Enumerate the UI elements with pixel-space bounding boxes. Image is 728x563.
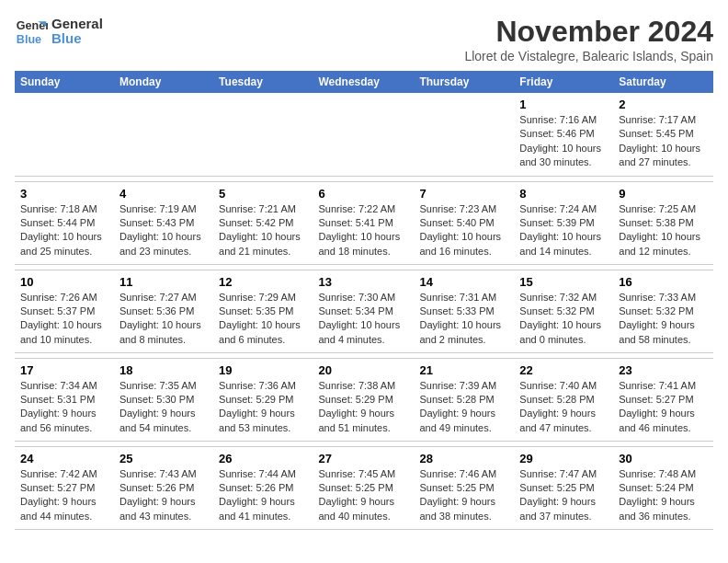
calendar-cell: 18Sunrise: 7:35 AMSunset: 5:30 PMDayligh… [114, 358, 213, 441]
calendar-cell: 15Sunrise: 7:32 AMSunset: 5:32 PMDayligh… [514, 270, 613, 352]
weekday-header: Sunday [15, 71, 114, 93]
day-info: Sunrise: 7:36 AMSunset: 5:29 PMDaylight:… [219, 379, 307, 436]
calendar-cell [313, 93, 414, 176]
weekday-header: Wednesday [313, 71, 414, 93]
weekday-header: Friday [514, 71, 613, 93]
calendar-cell: 10Sunrise: 7:26 AMSunset: 5:37 PMDayligh… [15, 270, 114, 352]
calendar-cell: 17Sunrise: 7:34 AMSunset: 5:31 PMDayligh… [15, 358, 114, 441]
calendar-cell: 28Sunrise: 7:46 AMSunset: 5:25 PMDayligh… [414, 446, 514, 529]
location-title: Lloret de Vistalegre, Balearic Islands, … [464, 49, 713, 63]
calendar-cell: 5Sunrise: 7:21 AMSunset: 5:42 PMDaylight… [213, 181, 313, 264]
calendar-table: SundayMondayTuesdayWednesdayThursdayFrid… [15, 71, 713, 530]
day-info: Sunrise: 7:46 AMSunset: 5:25 PMDaylight:… [419, 467, 508, 524]
calendar-cell: 6Sunrise: 7:22 AMSunset: 5:41 PMDaylight… [313, 181, 414, 264]
day-number: 24 [20, 452, 108, 465]
calendar-cell: 14Sunrise: 7:31 AMSunset: 5:33 PMDayligh… [414, 270, 514, 352]
calendar-cell: 4Sunrise: 7:19 AMSunset: 5:43 PMDaylight… [114, 181, 213, 264]
calendar-cell: 26Sunrise: 7:44 AMSunset: 5:26 PMDayligh… [213, 446, 313, 529]
day-info: Sunrise: 7:21 AMSunset: 5:42 PMDaylight:… [219, 202, 307, 259]
day-number: 25 [119, 452, 208, 465]
weekday-header: Thursday [414, 71, 514, 93]
calendar-cell: 9Sunrise: 7:25 AMSunset: 5:38 PMDaylight… [613, 181, 713, 264]
day-number: 16 [619, 275, 708, 289]
calendar-cell: 24Sunrise: 7:42 AMSunset: 5:27 PMDayligh… [15, 446, 114, 529]
month-title: November 2024 [464, 15, 713, 49]
day-number: 1 [519, 98, 608, 111]
day-info: Sunrise: 7:29 AMSunset: 5:35 PMDaylight:… [219, 291, 307, 348]
calendar-cell: 23Sunrise: 7:41 AMSunset: 5:27 PMDayligh… [613, 358, 713, 441]
calendar-cell: 30Sunrise: 7:48 AMSunset: 5:24 PMDayligh… [613, 446, 713, 529]
day-number: 10 [20, 275, 108, 289]
day-info: Sunrise: 7:25 AMSunset: 5:38 PMDaylight:… [619, 202, 708, 259]
calendar-cell: 16Sunrise: 7:33 AMSunset: 5:32 PMDayligh… [613, 270, 713, 352]
day-info: Sunrise: 7:34 AMSunset: 5:31 PMDaylight:… [20, 379, 108, 436]
day-number: 14 [419, 275, 508, 289]
day-info: Sunrise: 7:24 AMSunset: 5:39 PMDaylight:… [519, 202, 608, 259]
calendar-cell: 27Sunrise: 7:45 AMSunset: 5:25 PMDayligh… [313, 446, 414, 529]
day-number: 2 [619, 98, 708, 111]
calendar-cell: 8Sunrise: 7:24 AMSunset: 5:39 PMDaylight… [514, 181, 613, 264]
day-info: Sunrise: 7:42 AMSunset: 5:27 PMDaylight:… [20, 467, 108, 524]
calendar-cell: 25Sunrise: 7:43 AMSunset: 5:26 PMDayligh… [114, 446, 213, 529]
calendar-week-row: 24Sunrise: 7:42 AMSunset: 5:27 PMDayligh… [15, 446, 713, 529]
calendar-cell: 22Sunrise: 7:40 AMSunset: 5:28 PMDayligh… [514, 358, 613, 441]
day-number: 4 [119, 187, 208, 201]
day-number: 15 [519, 275, 608, 289]
day-info: Sunrise: 7:31 AMSunset: 5:33 PMDaylight:… [419, 291, 508, 348]
calendar-header: SundayMondayTuesdayWednesdayThursdayFrid… [15, 71, 713, 93]
calendar-week-row: 3Sunrise: 7:18 AMSunset: 5:44 PMDaylight… [15, 181, 713, 264]
day-number: 5 [219, 187, 307, 201]
calendar-cell: 20Sunrise: 7:38 AMSunset: 5:29 PMDayligh… [313, 358, 414, 441]
day-info: Sunrise: 7:41 AMSunset: 5:27 PMDaylight:… [619, 379, 708, 436]
day-number: 20 [318, 363, 408, 377]
day-number: 8 [519, 187, 608, 201]
day-info: Sunrise: 7:39 AMSunset: 5:28 PMDaylight:… [419, 379, 508, 436]
calendar-week-row: 1Sunrise: 7:16 AMSunset: 5:46 PMDaylight… [15, 93, 713, 176]
day-number: 6 [318, 187, 408, 201]
day-info: Sunrise: 7:44 AMSunset: 5:26 PMDaylight:… [219, 467, 307, 524]
calendar-cell: 2Sunrise: 7:17 AMSunset: 5:45 PMDaylight… [613, 93, 713, 176]
day-number: 17 [20, 363, 108, 377]
calendar-cell: 1Sunrise: 7:16 AMSunset: 5:46 PMDaylight… [514, 93, 613, 176]
day-number: 23 [619, 363, 708, 377]
day-info: Sunrise: 7:43 AMSunset: 5:26 PMDaylight:… [119, 467, 208, 524]
calendar-cell: 19Sunrise: 7:36 AMSunset: 5:29 PMDayligh… [213, 358, 313, 441]
day-info: Sunrise: 7:33 AMSunset: 5:32 PMDaylight:… [619, 291, 708, 348]
day-info: Sunrise: 7:27 AMSunset: 5:36 PMDaylight:… [119, 291, 208, 348]
day-number: 30 [619, 452, 708, 465]
day-number: 11 [119, 275, 208, 289]
day-number: 9 [619, 187, 708, 201]
calendar-cell: 12Sunrise: 7:29 AMSunset: 5:35 PMDayligh… [213, 270, 313, 352]
day-info: Sunrise: 7:40 AMSunset: 5:28 PMDaylight:… [519, 379, 608, 436]
logo-icon: General Blue [15, 15, 48, 48]
day-number: 27 [318, 452, 408, 465]
day-info: Sunrise: 7:30 AMSunset: 5:34 PMDaylight:… [318, 291, 408, 348]
calendar-cell [213, 93, 313, 176]
day-info: Sunrise: 7:32 AMSunset: 5:32 PMDaylight:… [519, 291, 608, 348]
day-number: 18 [119, 363, 208, 377]
weekday-header: Saturday [613, 71, 713, 93]
svg-text:Blue: Blue [17, 33, 41, 46]
header: General Blue General Blue November 2024 … [15, 15, 713, 63]
day-info: Sunrise: 7:45 AMSunset: 5:25 PMDaylight:… [318, 467, 408, 524]
day-info: Sunrise: 7:47 AMSunset: 5:25 PMDaylight:… [519, 467, 608, 524]
day-info: Sunrise: 7:19 AMSunset: 5:43 PMDaylight:… [119, 202, 208, 259]
calendar-cell: 11Sunrise: 7:27 AMSunset: 5:36 PMDayligh… [114, 270, 213, 352]
weekday-header: Monday [114, 71, 213, 93]
day-number: 19 [219, 363, 307, 377]
day-number: 26 [219, 452, 307, 465]
day-info: Sunrise: 7:48 AMSunset: 5:24 PMDaylight:… [619, 467, 708, 524]
day-number: 22 [519, 363, 608, 377]
day-info: Sunrise: 7:18 AMSunset: 5:44 PMDaylight:… [20, 202, 108, 259]
day-info: Sunrise: 7:35 AMSunset: 5:30 PMDaylight:… [119, 379, 208, 436]
day-number: 21 [419, 363, 508, 377]
day-info: Sunrise: 7:23 AMSunset: 5:40 PMDaylight:… [419, 202, 508, 259]
calendar-week-row: 17Sunrise: 7:34 AMSunset: 5:31 PMDayligh… [15, 358, 713, 441]
day-number: 28 [419, 452, 508, 465]
logo-line2: Blue [51, 31, 103, 47]
day-info: Sunrise: 7:17 AMSunset: 5:45 PMDaylight:… [619, 113, 708, 170]
calendar-cell: 7Sunrise: 7:23 AMSunset: 5:40 PMDaylight… [414, 181, 514, 264]
calendar-cell [414, 93, 514, 176]
calendar-cell: 21Sunrise: 7:39 AMSunset: 5:28 PMDayligh… [414, 358, 514, 441]
day-info: Sunrise: 7:26 AMSunset: 5:37 PMDaylight:… [20, 291, 108, 348]
